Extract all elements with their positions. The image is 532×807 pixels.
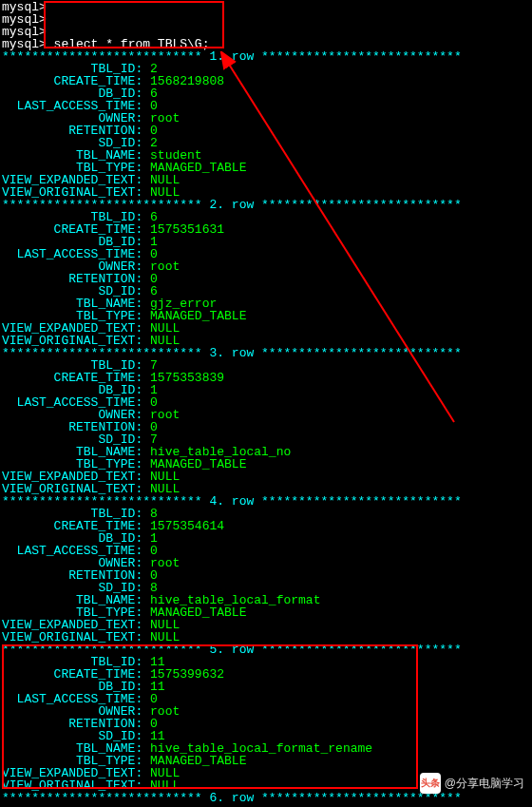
field-value-create_time: 1568219808 [150,74,224,88]
field-value-create_time: 1575354614 [150,519,224,533]
field-value-create_time: 1575353839 [150,371,224,385]
watermark-icon: 头条 [420,773,441,794]
terminal-output[interactable]: mysql>mysql>mysql>mysql> select * from T… [0,0,532,805]
watermark-text: @分享电脑学习 [445,778,524,789]
field-value-create_time: 1575351631 [150,222,224,237]
mysql-prompt-line: mysql> [2,1,530,13]
mysql-prompt-line: mysql> [2,13,530,26]
watermark: 头条 @分享电脑学习 [420,773,524,794]
